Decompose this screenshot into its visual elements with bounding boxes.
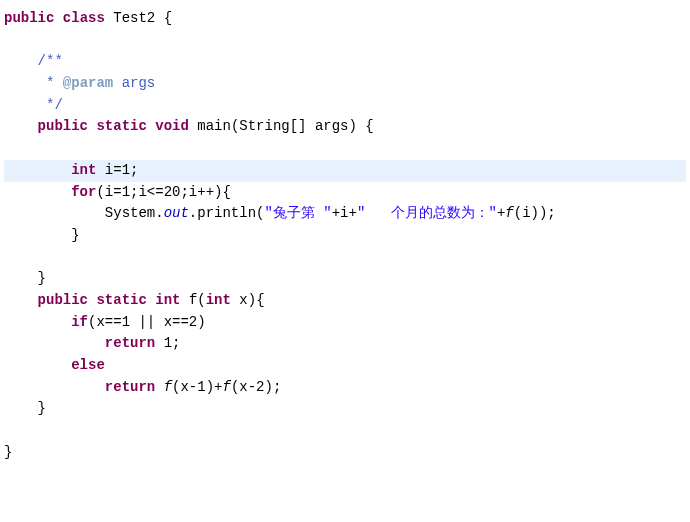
code-line: for(i=1;i<=20;i++){: [4, 182, 686, 204]
method-f: public static int f(int x){: [4, 290, 686, 312]
code-line: return f(x-1)+f(x-2);: [4, 377, 686, 399]
keyword-if: if: [71, 314, 88, 330]
highlighted-line: int i=1;: [4, 160, 686, 182]
param-tag: @param: [63, 75, 113, 91]
keyword-int: int: [71, 162, 96, 178]
static-out: out: [164, 205, 189, 221]
code-line: System.out.println("兔子第 "+i+" 个月的总数为："+f…: [4, 203, 686, 225]
string-literal: " 个月的总数为：": [357, 205, 497, 221]
javadoc-end: */: [4, 95, 686, 117]
javadoc-param: * @param args: [4, 73, 686, 95]
keyword-else: else: [71, 357, 105, 373]
blank-line: [4, 247, 686, 269]
code-line: }: [4, 442, 686, 464]
code-line: }: [4, 398, 686, 420]
code-line: return 1;: [4, 333, 686, 355]
code-line: if(x==1 || x==2): [4, 312, 686, 334]
code-block: public class Test2 { /** * @param args *…: [4, 8, 686, 463]
code-line: }: [4, 225, 686, 247]
blank-line: [4, 30, 686, 52]
javadoc-start: /**: [4, 51, 686, 73]
keyword-public: public: [4, 10, 54, 26]
code-line: }: [4, 268, 686, 290]
keyword-class: class: [63, 10, 105, 26]
method-main: public static void main(String[] args) {: [4, 116, 686, 138]
blank-line: [4, 138, 686, 160]
code-line: else: [4, 355, 686, 377]
keyword-return: return: [105, 379, 155, 395]
class-name: Test2: [113, 10, 155, 26]
code-line: public class Test2 {: [4, 8, 686, 30]
keyword-for: for: [71, 184, 96, 200]
string-literal: "兔子第 ": [264, 205, 331, 221]
blank-line: [4, 420, 686, 442]
keyword-return: return: [105, 335, 155, 351]
